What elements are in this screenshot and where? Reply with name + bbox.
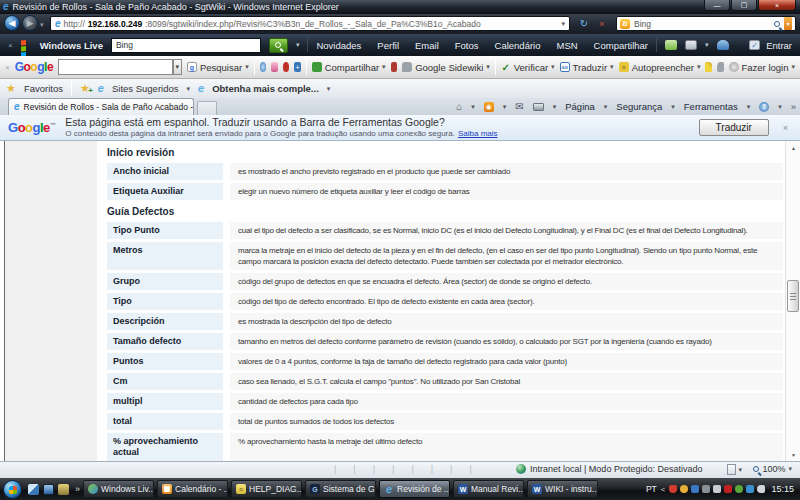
popup-blocker-icon[interactable] (283, 62, 290, 72)
wrench-icon[interactable] (717, 62, 724, 72)
privacy-report-control[interactable]: ▾ (727, 464, 742, 475)
taskbar-task[interactable]: WWIKI - instru... (527, 480, 598, 498)
maximize-button[interactable]: ▢ (731, 0, 757, 11)
people-icon[interactable] (717, 40, 729, 50)
live-toolbar-link[interactable]: Fotos (455, 40, 479, 51)
learn-more-link[interactable]: Saiba mais (458, 129, 498, 138)
history-dropdown-icon[interactable]: ▾ (40, 21, 44, 29)
minimize-button[interactable]: — (704, 0, 730, 11)
live-search-dropdown-icon[interactable]: ▾ (296, 41, 300, 49)
globe-icon[interactable] (260, 62, 267, 72)
quick-launch-app-icon[interactable] (58, 484, 69, 495)
stop-button[interactable]: × (594, 16, 610, 31)
autofill-button[interactable]: ≡ Autopreencher▾ (619, 62, 701, 73)
get-more-addons-button[interactable]: Obtenha mais comple... (212, 83, 319, 94)
mail-icon[interactable]: ✉ (515, 102, 523, 112)
live-toolbar-link[interactable]: Email (415, 40, 439, 51)
volume-icon[interactable] (757, 485, 765, 493)
security-menu[interactable]: Segurança (616, 101, 662, 112)
scroll-up-icon[interactable]: ▲ (786, 141, 800, 154)
sign-in-button[interactable]: Entrar (766, 40, 792, 51)
live-toolbar-close-icon[interactable]: × (8, 41, 13, 50)
new-tab-button[interactable] (197, 101, 217, 115)
highlighter-icon[interactable] (705, 62, 712, 72)
browser-search-input[interactable]: b Bing ▾ (616, 16, 796, 31)
chevron-down-icon[interactable]: ▾ (187, 85, 191, 93)
photos-icon[interactable] (271, 62, 278, 72)
search-icon[interactable] (774, 21, 780, 27)
taskbar-task[interactable]: eRevisión de ... (379, 480, 450, 498)
forward-button[interactable]: ▶ (22, 15, 38, 31)
google-search-dropdown-icon[interactable]: ▾ (173, 59, 182, 75)
google-toolbar-close-icon[interactable]: × (5, 63, 10, 72)
scrollbar-thumb[interactable] (787, 280, 799, 312)
rss-icon[interactable]: ◉ (484, 102, 494, 112)
pen-icon[interactable] (713, 485, 721, 493)
scroll-down-icon[interactable]: ▼ (786, 448, 800, 461)
taskbar-task[interactable]: ▦Calendário - ... (157, 480, 228, 498)
chevron-down-icon[interactable]: ▾ (553, 103, 557, 111)
messenger-tray-icon[interactable] (680, 485, 688, 493)
quick-launch-overflow-icon[interactable]: » (75, 484, 80, 494)
address-dropdown-icon[interactable]: ▾ (561, 20, 565, 28)
add-favorite-icon[interactable]: ★ (80, 83, 90, 94)
display-icon[interactable] (746, 485, 754, 493)
live-toolbar-link[interactable]: Perfil (377, 40, 399, 51)
page-privacy-icon (727, 464, 736, 475)
power-icon[interactable] (735, 485, 743, 493)
chevron-down-icon[interactable]: ▾ (705, 41, 709, 49)
zoom-control[interactable]: 100% ▾ (753, 464, 792, 474)
show-desktop-icon[interactable] (28, 484, 39, 495)
google-search-button[interactable]: g Pesquisar▾ (187, 62, 249, 73)
refresh-button[interactable]: ↻ (576, 16, 592, 31)
live-toolbar-link[interactable]: Novidades (316, 40, 361, 51)
live-search-input[interactable]: Bing (111, 38, 261, 53)
security-shield-icon[interactable] (669, 485, 677, 493)
spellcheck-button[interactable]: ✓ Verificar▾ (501, 62, 555, 73)
tray-collapse-icon[interactable]: < (661, 485, 666, 494)
language-indicator[interactable]: PT (646, 484, 657, 494)
write-blog-icon[interactable] (665, 40, 677, 50)
search-dropdown-icon[interactable]: ▾ (784, 17, 792, 30)
tab-active[interactable]: e Revisión de Rollos - Sala de Paño Acab… (8, 98, 194, 115)
favorites-button[interactable]: Favoritos (24, 83, 63, 94)
back-button[interactable]: ◀ (4, 15, 20, 31)
live-search-button[interactable] (269, 38, 288, 53)
live-toolbar-link[interactable]: Calendário (495, 40, 541, 51)
suggested-sites-button[interactable]: Sites Sugeridos (112, 83, 179, 94)
add-button-icon[interactable]: + (294, 62, 301, 72)
chevron-down-icon[interactable]: ▾ (327, 85, 331, 93)
taskbar-task[interactable]: GSistema de G... (305, 480, 376, 498)
switch-windows-icon[interactable] (43, 484, 54, 495)
live-toolbar-link[interactable]: Compartilhar (594, 40, 648, 51)
taskbar-task[interactable]: WManual Revi... (453, 480, 524, 498)
share-button[interactable]: Compartilhar▾ (312, 62, 386, 73)
camera-icon[interactable] (391, 62, 398, 72)
start-button[interactable] (3, 480, 22, 499)
translate-bar-close-icon[interactable]: × (783, 123, 788, 133)
sidewiki-button[interactable]: Google Sidewiki▾ (402, 62, 490, 73)
users-icon[interactable] (691, 485, 699, 493)
network-icon[interactable] (702, 485, 710, 493)
help-icon[interactable]: ? (759, 102, 769, 112)
taskbar-task[interactable]: ≡HELP_DIAG... (231, 480, 302, 498)
translate-page-button[interactable]: Traduzir (699, 119, 769, 136)
page-menu[interactable]: Página (565, 101, 595, 112)
taskbar-task[interactable]: Windows Liv... (83, 480, 154, 498)
vertical-scrollbar[interactable]: ▲ ▼ (785, 141, 800, 461)
address-input[interactable]: e http://192.168.0.249:8099/sgtwiki/inde… (50, 16, 570, 31)
term-cell: Cm (107, 373, 223, 390)
google-sign-in-button[interactable]: Fazer login▾ (729, 62, 796, 73)
chevron-down-icon[interactable]: ▾ (471, 103, 475, 111)
tools-menu[interactable]: Ferramentas (684, 101, 738, 112)
live-toolbar-link[interactable]: MSN (556, 40, 577, 51)
translate-button[interactable]: áa Traduzir▾ (560, 62, 614, 73)
home-icon[interactable]: ⌂ (456, 102, 462, 112)
chevron-down-icon[interactable]: ▾ (503, 103, 507, 111)
print-icon[interactable] (533, 103, 544, 111)
kaspersky-icon[interactable] (724, 485, 732, 493)
google-search-input[interactable] (58, 59, 173, 75)
close-button[interactable]: × (758, 0, 796, 11)
window-icon[interactable] (685, 40, 697, 50)
toolbar-overflow-button[interactable]: » (791, 101, 796, 112)
